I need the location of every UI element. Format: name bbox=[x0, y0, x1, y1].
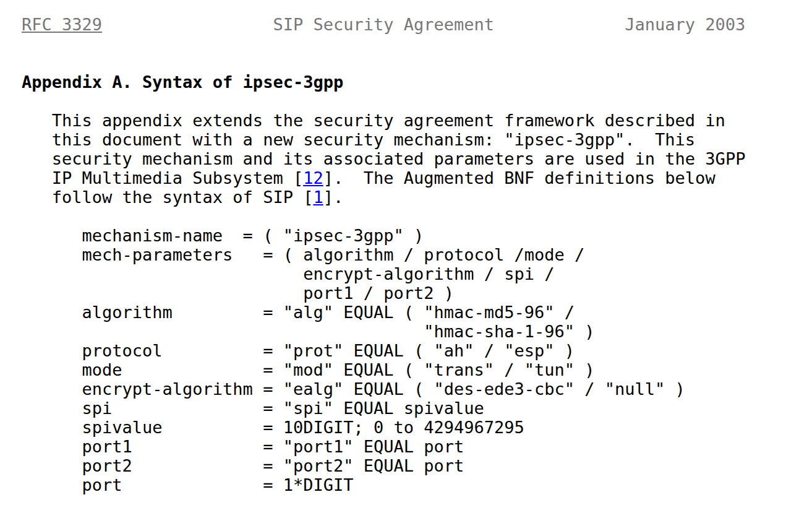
bnf-line: port = 1*DIGIT bbox=[22, 475, 812, 494]
rfc-document: RFC 3329SIP Security AgreementJanuary 20… bbox=[0, 0, 812, 505]
bnf-line: algorithm = "alg" EQUAL ( "hmac-md5-96" … bbox=[22, 303, 812, 322]
paragraph-line: This appendix extends the security agree… bbox=[22, 111, 812, 130]
bnf-line: port2 = "port2" EQUAL port bbox=[22, 456, 812, 475]
paragraph-line: this document with a new security mechan… bbox=[22, 130, 812, 149]
bnf-line: mechanism-name = ( "ipsec-3gpp" ) bbox=[22, 226, 812, 245]
bnf-line: protocol = "prot" EQUAL ( "ah" / "esp" ) bbox=[22, 341, 812, 360]
paragraph-line: security mechanism and its associated pa… bbox=[22, 149, 812, 168]
bnf-line: mode = "mod" EQUAL ( "trans" / "tun" ) bbox=[22, 360, 812, 379]
bnf-line: mech-parameters = ( algorithm / protocol… bbox=[22, 245, 812, 264]
rfc-number-link[interactable]: RFC 3329 bbox=[22, 15, 102, 34]
bnf-line: spivalue = 10DIGIT; 0 to 4294967295 bbox=[22, 418, 812, 437]
bnf-definitions: mechanism-name = ( "ipsec-3gpp" ) mech-p… bbox=[22, 226, 812, 494]
reference-link-12[interactable]: 12 bbox=[303, 168, 323, 188]
reference-link-1[interactable]: 1 bbox=[313, 188, 323, 207]
paragraph-text: ]. The Augmented BNF definitions below bbox=[323, 168, 716, 188]
bnf-line: encrypt-algorithm / spi / bbox=[22, 264, 812, 283]
bnf-line: encrypt-algorithm = "ealg" EQUAL ( "des-… bbox=[22, 379, 812, 399]
paragraph-text: follow the syntax of SIP [ bbox=[22, 188, 313, 207]
bnf-line: port1 / port2 ) bbox=[22, 283, 812, 303]
paragraph-text: IP Multimedia Subsystem [ bbox=[22, 168, 303, 188]
intro-paragraph: This appendix extends the security agree… bbox=[22, 111, 812, 207]
paragraph-line: follow the syntax of SIP [1]. bbox=[22, 188, 812, 207]
paragraph-line: IP Multimedia Subsystem [12]. The Augmen… bbox=[22, 168, 812, 188]
paragraph-text: ]. bbox=[323, 188, 344, 207]
bnf-line: "hmac-sha-1-96" ) bbox=[22, 322, 812, 341]
bnf-line: port1 = "port1" EQUAL port bbox=[22, 437, 812, 456]
appendix-heading: Appendix A. Syntax of ipsec-3gpp bbox=[22, 72, 812, 92]
page-header: RFC 3329SIP Security AgreementJanuary 20… bbox=[22, 15, 812, 34]
document-date: January 2003 bbox=[625, 15, 745, 34]
document-title: SIP Security Agreement bbox=[273, 15, 494, 34]
bnf-line: spi = "spi" EQUAL spivalue bbox=[22, 399, 812, 418]
